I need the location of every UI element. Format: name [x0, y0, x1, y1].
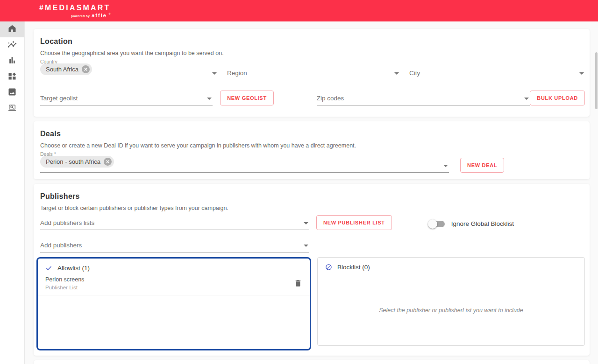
toggle-track[interactable]: [429, 221, 445, 227]
deals-section: Deals Choose or create a new Deal ID if …: [34, 121, 590, 179]
sidebar-item-home[interactable]: [0, 21, 24, 37]
next-card-partial: [34, 360, 590, 364]
target-geolist-placeholder: Target geolist: [40, 95, 78, 102]
add-publisher-lists-placeholder: Add publishers lists: [40, 219, 94, 226]
country-label: Country: [40, 59, 585, 64]
city-select[interactable]: City: [409, 64, 585, 80]
country-chip-label: South Africa: [46, 66, 78, 73]
toggle-knob[interactable]: [428, 219, 437, 229]
app-header: #MEDIASMART powered by affle ®: [0, 0, 598, 21]
location-title: Location: [40, 37, 585, 46]
allowlist-item-name: Perion screens: [45, 276, 294, 283]
location-subtitle: Choose the geographical area you want th…: [40, 50, 585, 56]
blocklist-empty-text: Select the publisher or publisherList yo…: [318, 275, 584, 345]
add-publisher-lists-select[interactable]: Add publishers lists: [40, 217, 309, 230]
allowlist-panel: Allowlist (1) Perion screens Publisher L…: [36, 257, 311, 350]
allowlist-item-type: Publisher List: [45, 285, 294, 290]
image-icon: [7, 87, 17, 98]
chevron-down-icon: [212, 72, 217, 75]
bar-chart-icon: [7, 56, 17, 67]
delete-icon[interactable]: [294, 279, 302, 287]
ignore-global-blocklist-toggle[interactable]: Ignore Global Blocklist: [429, 220, 514, 227]
blocklist-panel: Blocklist (0) Select the publisher or pu…: [317, 257, 585, 346]
allowlist-header: Allowlist (1): [57, 265, 90, 272]
add-publishers-placeholder: Add publishers: [40, 242, 82, 249]
dashboard-icon: [7, 71, 17, 83]
chevron-down-icon: [443, 165, 448, 167]
sidebar-item-dashboard[interactable]: [0, 69, 24, 85]
chevron-down-icon: [304, 222, 308, 224]
screen-search-icon: [7, 103, 17, 114]
deals-field-label: Deals *: [40, 151, 585, 157]
city-placeholder: City: [409, 70, 420, 77]
publishers-subtitle: Target or block certain publishers or pu…: [40, 205, 585, 211]
deal-chip-label: Perion - south Africa: [46, 158, 100, 165]
chevron-down-icon: [579, 72, 584, 75]
affle-logo: affle: [92, 13, 107, 18]
country-select[interactable]: South Africa: [40, 64, 218, 80]
deals-subtitle: Choose or create a new Deal ID if you wa…: [40, 142, 585, 149]
deal-chip[interactable]: Perion - south Africa: [40, 156, 114, 168]
sidebar-item-reports[interactable]: [0, 53, 24, 69]
sidebar-item-discovery[interactable]: [0, 101, 24, 117]
chip-remove-icon[interactable]: [104, 158, 112, 166]
insights-chart-icon: [7, 40, 17, 51]
region-placeholder: Region: [227, 70, 247, 77]
blocklist-header: Blocklist (0): [337, 264, 370, 271]
new-publisher-list-button[interactable]: NEW PUBLISHER LIST: [316, 215, 392, 230]
publishers-title: Publishers: [40, 192, 585, 201]
target-geolist-select[interactable]: Target geolist: [40, 92, 213, 105]
powered-by-label: powered by: [71, 14, 90, 18]
zip-codes-placeholder: Zip codes: [317, 95, 344, 102]
chevron-down-icon: [207, 98, 212, 100]
sidebar-nav: [0, 21, 25, 364]
chevron-down-icon: [394, 72, 399, 75]
deals-title: Deals: [40, 130, 585, 138]
deals-select[interactable]: Perion - south Africa: [40, 157, 449, 173]
check-icon: [45, 265, 52, 272]
scrollbar[interactable]: [595, 52, 598, 109]
bulk-upload-button[interactable]: BULK UPLOAD: [530, 91, 585, 105]
region-select[interactable]: Region: [227, 64, 400, 80]
brand-logo[interactable]: #MEDIASMART powered by affle ®: [39, 4, 111, 18]
sidebar-item-insights[interactable]: [0, 37, 24, 53]
home-icon: [7, 24, 17, 35]
new-geolist-button[interactable]: NEW GEOLIST: [220, 91, 274, 105]
location-section: Location Choose the geographical area yo…: [34, 29, 590, 117]
publishers-section: Publishers Target or block certain publi…: [34, 184, 590, 356]
country-chip[interactable]: South Africa: [40, 63, 92, 75]
registered-mark: ®: [109, 13, 111, 15]
main-content: Location Choose the geographical area yo…: [25, 21, 598, 364]
add-publishers-select[interactable]: Add publishers: [40, 239, 309, 252]
ignore-global-blocklist-label: Ignore Global Blocklist: [451, 220, 514, 227]
allowlist-item: Perion screens Publisher List: [38, 276, 310, 295]
zip-codes-select[interactable]: Zip codes: [317, 92, 530, 105]
chevron-down-icon: [304, 245, 308, 247]
brand-wordmark: #MEDIASMART: [39, 4, 111, 12]
chevron-down-icon: [524, 98, 529, 100]
chip-remove-icon[interactable]: [82, 65, 90, 73]
block-icon: [325, 264, 332, 271]
new-deal-button[interactable]: NEW DEAL: [460, 158, 504, 173]
sidebar-item-creatives[interactable]: [0, 85, 24, 101]
